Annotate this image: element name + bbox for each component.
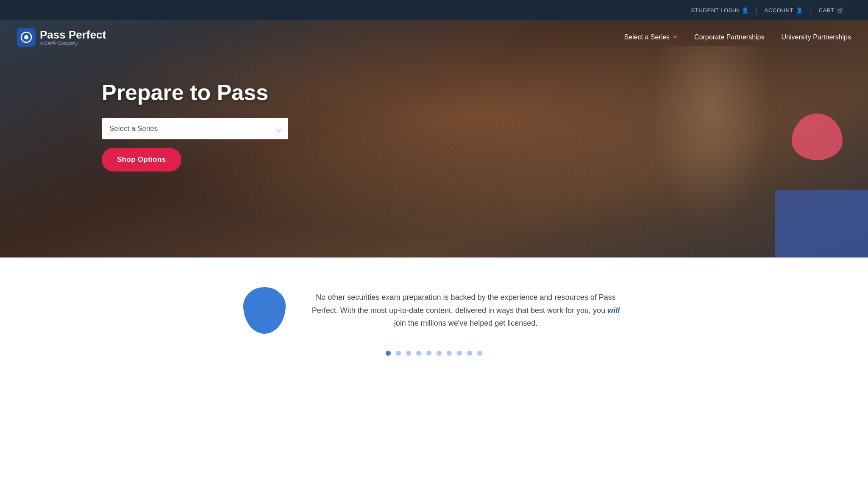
nav-select-series[interactable]: Select a Series — [624, 33, 677, 41]
logo-title: Pass Perfect — [40, 29, 106, 41]
cart-button[interactable]: CART 🛒 — [812, 7, 851, 14]
nav-links: Select a Series Corporate Partnerships U… — [624, 33, 851, 41]
logo-text: Pass Perfect A CeriFi Company — [40, 29, 106, 46]
chevron-down-icon — [673, 36, 677, 39]
top-bar: STUDENT LOGIN 👤 | ACCOUNT 👤 | CART 🛒 — [0, 0, 868, 20]
hero-title: Prepare to Pass — [102, 80, 851, 105]
carousel-dot-7[interactable] — [447, 351, 452, 356]
below-hero-section: No other securities exam preparation is … — [0, 257, 868, 381]
logo-subtitle: A CeriFi Company — [40, 41, 106, 46]
logo-icon — [17, 28, 36, 47]
blue-blob-decoration — [243, 287, 286, 334]
account-icon: 👤 — [796, 7, 803, 14]
hero-content: Prepare to Pass Select a Series Series 6… — [0, 54, 868, 257]
nav-corporate-partnerships[interactable]: Corporate Partnerships — [694, 33, 764, 41]
carousel-dot-1[interactable] — [386, 351, 391, 356]
carousel-dot-8[interactable] — [457, 351, 462, 356]
account-button[interactable]: ACCOUNT 👤 — [757, 7, 810, 14]
carousel-dots — [386, 351, 482, 356]
carousel-dot-4[interactable] — [416, 351, 421, 356]
user-icon: 👤 — [742, 7, 749, 14]
cart-icon: 🛒 — [837, 7, 844, 14]
hero-section: Pass Perfect A CeriFi Company Select a S… — [0, 20, 868, 257]
carousel-dot-2[interactable] — [396, 351, 401, 356]
carousel-dot-3[interactable] — [406, 351, 411, 356]
body-text-1: No other securities exam preparation is … — [312, 293, 616, 315]
series-select-wrapper: Select a Series Series 6 Series 7 Series… — [102, 118, 288, 139]
shop-options-button[interactable]: Shop Options — [102, 148, 181, 172]
student-login-button[interactable]: STUDENT LOGIN 👤 — [684, 7, 755, 14]
university-partnerships-label: University Partnerships — [782, 33, 851, 41]
corporate-partnerships-label: Corporate Partnerships — [694, 33, 764, 41]
select-series-label: Select a Series — [624, 33, 670, 41]
student-login-label: STUDENT LOGIN — [691, 7, 739, 14]
carousel-dot-9[interactable] — [467, 351, 472, 356]
logo[interactable]: Pass Perfect A CeriFi Company — [17, 28, 106, 47]
carousel-dot-6[interactable] — [437, 351, 442, 356]
below-hero-inner: No other securities exam preparation is … — [243, 287, 625, 334]
carousel-dot-5[interactable] — [426, 351, 431, 356]
account-label: ACCOUNT — [764, 7, 793, 14]
main-nav: Pass Perfect A CeriFi Company Select a S… — [0, 20, 868, 54]
carousel-dot-10[interactable] — [477, 351, 482, 356]
nav-university-partnerships[interactable]: University Partnerships — [782, 33, 851, 41]
below-hero-text: No other securities exam preparation is … — [307, 291, 625, 330]
cart-label: CART — [819, 7, 835, 14]
will-text: will — [607, 306, 620, 315]
svg-point-1 — [24, 35, 28, 39]
series-select[interactable]: Select a Series Series 6 Series 7 Series… — [102, 118, 288, 139]
body-text-2: join the millions we've helped get licen… — [394, 319, 538, 327]
